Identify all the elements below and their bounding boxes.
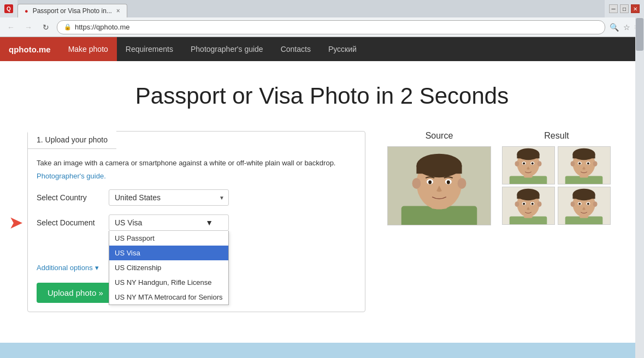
result-photo-4 bbox=[558, 187, 611, 225]
svg-rect-32 bbox=[572, 154, 595, 158]
result-label: Result bbox=[502, 131, 611, 141]
tab-title: Passport or Visa Photo in... bbox=[33, 7, 112, 15]
nav-russian[interactable]: Русский bbox=[320, 37, 365, 61]
site-nav: qphoto.me Make photo Requirements Photog… bbox=[0, 37, 644, 61]
maximize-button[interactable]: □ bbox=[620, 4, 629, 13]
browser-icon: Q bbox=[4, 4, 13, 13]
back-button[interactable]: ← bbox=[4, 21, 17, 34]
site-wrapper: qphoto.me Make photo Requirements Photog… bbox=[0, 37, 644, 343]
site-logo[interactable]: qphoto.me bbox=[0, 37, 60, 61]
country-row: Select Country United States Canada Unit… bbox=[37, 189, 356, 206]
nav-requirements[interactable]: Requirements bbox=[117, 37, 182, 61]
active-tab[interactable]: ● Passport or Visa Photo in... × bbox=[17, 4, 127, 17]
svg-point-46 bbox=[515, 201, 519, 207]
dropdown-item-visa[interactable]: US Visa bbox=[109, 246, 228, 260]
forward-button[interactable]: → bbox=[22, 21, 35, 34]
svg-point-33 bbox=[571, 161, 575, 166]
svg-point-21 bbox=[537, 161, 542, 166]
bookmark-icon[interactable]: ☆ bbox=[623, 23, 630, 32]
svg-point-38 bbox=[587, 163, 589, 165]
instruction-text: Take an image with a camera or smartphon… bbox=[37, 158, 356, 169]
lock-icon: 🔒 bbox=[64, 23, 72, 31]
address-bar-row: ← → ↻ 🔒 https://qphoto.me 🔍 ☆ ≡ bbox=[0, 17, 644, 37]
result-grid bbox=[502, 146, 611, 225]
country-select-wrapper: United States Canada United Kingdom ▼ bbox=[109, 189, 229, 206]
upload-tab: 1. Upload your photo Take an image with … bbox=[27, 131, 365, 312]
additional-options-text: Additional options bbox=[37, 264, 93, 272]
right-panel: Source bbox=[387, 131, 617, 312]
left-panel: 1. Upload your photo Take an image with … bbox=[27, 131, 365, 312]
tab-content: Take an image with a camera or smartphon… bbox=[28, 149, 365, 312]
hero-section: Passport or Visa Photo in 2 Seconds bbox=[0, 61, 644, 126]
svg-point-59 bbox=[571, 201, 575, 207]
svg-rect-45 bbox=[517, 194, 539, 199]
svg-point-63 bbox=[578, 203, 581, 205]
window-controls: ─ □ ✕ bbox=[609, 4, 640, 13]
nav-photographers-guide[interactable]: Photographer's guide bbox=[182, 37, 272, 61]
result-photo-1 bbox=[502, 146, 555, 184]
document-dropdown: US Passport US Visa US Citizenship US NY… bbox=[109, 231, 229, 305]
chevron-down-icon: ▾ bbox=[95, 264, 99, 272]
country-select[interactable]: United States Canada United Kingdom bbox=[109, 189, 229, 206]
nav-contacts[interactable]: Contacts bbox=[272, 37, 320, 61]
close-button[interactable]: ✕ bbox=[631, 4, 640, 13]
svg-point-11 bbox=[428, 181, 432, 184]
svg-point-64 bbox=[587, 203, 589, 205]
svg-point-50 bbox=[523, 203, 525, 205]
svg-point-51 bbox=[531, 203, 534, 205]
source-photo bbox=[387, 146, 491, 225]
tab-header[interactable]: 1. Upload your photo bbox=[28, 131, 116, 149]
search-icon[interactable]: 🔍 bbox=[610, 23, 619, 32]
document-label: Select Document bbox=[37, 218, 102, 227]
address-bar[interactable]: 🔒 https://qphoto.me bbox=[57, 20, 605, 34]
title-bar: Q ● Passport or Visa Photo in... × ─ □ ✕ bbox=[0, 0, 644, 17]
photo-comparison: Source bbox=[387, 131, 617, 225]
source-label: Source bbox=[387, 131, 491, 141]
svg-point-47 bbox=[537, 201, 542, 207]
nav-make-photo[interactable]: Make photo bbox=[60, 37, 117, 61]
dropdown-item-metrocard[interactable]: US NY MTA Metrocard for Seniors bbox=[109, 290, 228, 305]
tab-icon: ● bbox=[25, 8, 28, 14]
dropdown-item-citizenship[interactable]: US Citizenship bbox=[109, 260, 228, 275]
photographers-guide-link[interactable]: Photographer's guide. bbox=[37, 172, 106, 180]
dropdown-item-passport[interactable]: US Passport bbox=[109, 231, 228, 246]
svg-rect-6 bbox=[416, 165, 462, 174]
scrollbar-track[interactable] bbox=[635, 17, 644, 358]
country-label: Select Country bbox=[37, 193, 102, 202]
arrow-indicator: ➤ bbox=[9, 213, 22, 231]
svg-point-7 bbox=[412, 178, 421, 189]
svg-point-37 bbox=[578, 163, 581, 165]
document-select-display[interactable]: US Visa ▼ bbox=[109, 214, 229, 231]
refresh-button[interactable]: ↻ bbox=[39, 21, 52, 34]
new-tab-area bbox=[127, 2, 605, 17]
hero-title: Passport or Visa Photo in 2 Seconds bbox=[11, 83, 633, 109]
browser-chrome: Q ● Passport or Visa Photo in... × ─ □ ✕… bbox=[0, 0, 644, 37]
result-photo-2 bbox=[558, 146, 611, 184]
document-selected-value: US Visa bbox=[115, 218, 142, 227]
document-select-arrow: ▼ bbox=[205, 218, 213, 227]
svg-point-60 bbox=[593, 201, 598, 207]
url-text: https://qphoto.me bbox=[75, 23, 129, 31]
result-col: Result bbox=[502, 131, 611, 225]
document-select-wrapper: US Visa ▼ US Passport US Visa US Citizen… bbox=[109, 214, 229, 231]
result-photo-3 bbox=[502, 187, 555, 225]
svg-point-12 bbox=[447, 181, 450, 184]
svg-point-5 bbox=[416, 154, 462, 178]
svg-point-20 bbox=[515, 161, 519, 166]
tab-bar: ● Passport or Visa Photo in... × bbox=[17, 0, 605, 17]
source-col: Source bbox=[387, 131, 491, 225]
svg-rect-19 bbox=[517, 154, 539, 158]
upload-photo-button[interactable]: Upload photo » bbox=[37, 283, 114, 303]
svg-point-34 bbox=[593, 161, 598, 166]
minimize-button[interactable]: ─ bbox=[609, 4, 618, 13]
svg-rect-58 bbox=[572, 194, 595, 199]
svg-point-8 bbox=[458, 178, 466, 189]
svg-point-24 bbox=[523, 163, 525, 165]
document-row: ➤ Select Document US Visa ▼ US Passport … bbox=[37, 214, 356, 231]
svg-point-25 bbox=[531, 163, 534, 165]
tab-close-button[interactable]: × bbox=[116, 7, 120, 15]
dropdown-item-handgun[interactable]: US NY Handgun, Rifle License bbox=[109, 275, 228, 290]
main-content: 1. Upload your photo Take an image with … bbox=[0, 126, 644, 329]
scrollbar-thumb[interactable] bbox=[636, 18, 643, 51]
source-photo-svg bbox=[388, 146, 491, 225]
